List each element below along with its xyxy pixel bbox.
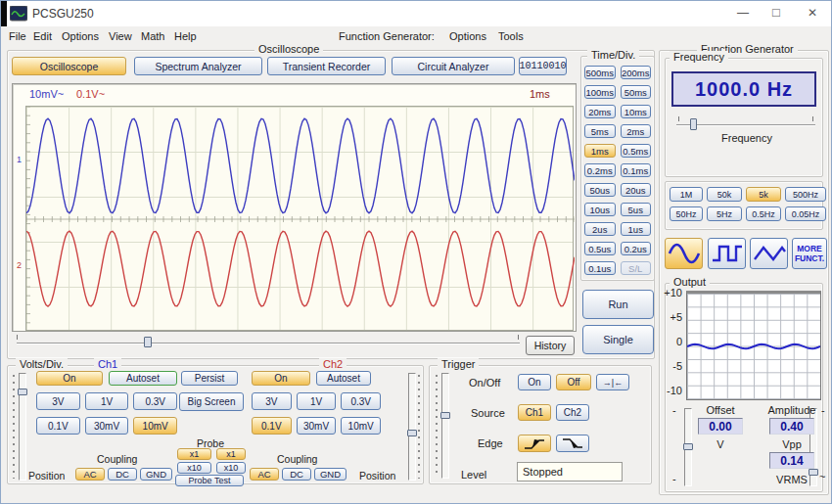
- 1v-button[interactable]: 1V: [85, 392, 129, 410]
- menu-options[interactable]: Options: [62, 30, 99, 42]
- 10mv-button[interactable]: 10mV: [341, 417, 381, 435]
- 50hz-button[interactable]: 50Hz: [670, 206, 703, 221]
- 200ms-button[interactable]: 200ms: [621, 66, 652, 79]
- 30mv-button[interactable]: 30mV: [85, 417, 129, 435]
- 0.2ms-button[interactable]: 0.2ms: [584, 163, 616, 177]
- x10-button[interactable]: x10: [177, 462, 211, 474]
- gnd-button[interactable]: GND: [140, 468, 172, 481]
- triangle-wave-button[interactable]: [750, 238, 788, 269]
- ch1-on-button[interactable]: On: [36, 371, 103, 386]
- offset-slider-thumb[interactable]: [683, 443, 693, 450]
- probe-test-button[interactable]: Probe Test: [175, 475, 244, 486]
- more-functions-button[interactable]: MORE FUNCT.: [792, 238, 827, 269]
- x1-button[interactable]: x1: [177, 448, 211, 460]
- 3v-button[interactable]: 3V: [252, 392, 292, 410]
- square-wave-button[interactable]: [708, 238, 746, 269]
- 0.2us-button[interactable]: 0.2us: [621, 242, 652, 255]
- menu-edit[interactable]: Edit: [33, 30, 52, 42]
- trigger-level-track[interactable]: [441, 373, 449, 479]
- frequency-slider-groove[interactable]: [676, 124, 815, 126]
- 500ms-button[interactable]: 500ms: [584, 66, 616, 79]
- ch2-autoset-button[interactable]: Autoset: [316, 371, 371, 386]
- ac-button[interactable]: AC: [75, 468, 105, 481]
- trigger-source-ch1-button[interactable]: Ch1: [518, 404, 551, 421]
- trigger-level-thumb[interactable]: [440, 412, 450, 419]
- falling-edge-button[interactable]: [556, 435, 589, 452]
- 2us-button[interactable]: 2us: [584, 222, 616, 236]
- frequency-slider-thumb[interactable]: [690, 118, 697, 130]
- menu-fg-tools[interactable]: Tools: [498, 30, 524, 42]
- 0.05hz-button[interactable]: 0.05Hz: [785, 206, 826, 221]
- ch2-on-button[interactable]: On: [252, 371, 310, 386]
- tab-circuit-analyzer[interactable]: Circuit Analyzer: [392, 57, 515, 75]
- 3v-button[interactable]: 3V: [36, 392, 80, 410]
- 0.3v-button[interactable]: 0.3V: [341, 392, 381, 410]
- 50us-button[interactable]: 50us: [584, 183, 616, 197]
- 0.1v-button[interactable]: 0.1V: [36, 417, 80, 435]
- ch2-position-thumb[interactable]: [407, 430, 417, 436]
- menu-help[interactable]: Help: [174, 30, 197, 42]
- ch1-autoset-button[interactable]: Autoset: [109, 371, 177, 386]
- maximize-button[interactable]: □: [772, 5, 780, 20]
- tab-digital-pattern[interactable]: 10110010: [519, 57, 567, 75]
- x10-button[interactable]: x10: [216, 462, 246, 474]
- 0.5us-button[interactable]: 0.5us: [584, 242, 616, 255]
- minimize-button[interactable]: —: [737, 6, 749, 20]
- menu-fg-options[interactable]: Options: [449, 30, 486, 42]
- tab-spectrum-analyzer[interactable]: Spectrum Analyzer: [134, 57, 262, 75]
- scope-hscroll-groove[interactable]: [17, 343, 520, 344]
- dc-button[interactable]: DC: [282, 468, 311, 481]
- ch2-trace-marker[interactable]: 2: [17, 260, 22, 270]
- 10us-button[interactable]: 10us: [584, 203, 616, 216]
- 0.5hz-button[interactable]: 0.5Hz: [746, 206, 781, 221]
- big-screen-button[interactable]: Big Screen: [179, 392, 244, 411]
- 50k-button[interactable]: 50k: [707, 187, 742, 202]
- 1m-button[interactable]: 1M: [670, 187, 703, 202]
- 0.5ms-button[interactable]: 0.5ms: [621, 144, 652, 158]
- 20ms-button[interactable]: 20ms: [584, 105, 616, 118]
- tab-transient-recorder[interactable]: Transient Recorder: [267, 57, 386, 75]
- 10ms-button[interactable]: 10ms: [621, 105, 652, 118]
- persist-button[interactable]: Persist: [181, 371, 238, 386]
- 0.3v-button[interactable]: 0.3V: [133, 392, 177, 410]
- 1v-button[interactable]: 1V: [297, 392, 337, 410]
- 1ms-button[interactable]: 1ms: [584, 144, 616, 158]
- ch1-trace-marker[interactable]: 1: [17, 155, 22, 164]
- single-button[interactable]: Single: [582, 325, 654, 354]
- 10mv-button[interactable]: 10mV: [133, 417, 177, 435]
- scope-hscroll-thumb[interactable]: [144, 337, 152, 347]
- 1us-button[interactable]: 1us: [621, 222, 652, 236]
- 30mv-button[interactable]: 30mV: [297, 417, 337, 435]
- 0.1ms-button[interactable]: 0.1ms: [621, 163, 652, 177]
- trigger-off-button[interactable]: Off: [556, 374, 591, 390]
- dc-button[interactable]: DC: [108, 468, 137, 481]
- menu-file[interactable]: File: [9, 30, 26, 42]
- menu-math[interactable]: Math: [141, 30, 164, 42]
- 0.1us-button[interactable]: 0.1us: [584, 261, 616, 275]
- rising-edge-button[interactable]: [518, 435, 551, 452]
- 50ms-button[interactable]: 50ms: [621, 85, 652, 99]
- 2ms-button[interactable]: 2ms: [621, 124, 652, 138]
- 500hz-button[interactable]: 500Hz: [785, 187, 826, 202]
- close-button[interactable]: ✕: [808, 6, 817, 20]
- 0.1v-button[interactable]: 0.1V: [252, 417, 292, 435]
- x1-button[interactable]: x1: [216, 448, 246, 460]
- trigger-reset-button[interactable]: →|←: [596, 374, 629, 390]
- 20us-button[interactable]: 20us: [621, 183, 652, 197]
- trigger-source-ch2-button[interactable]: Ch2: [556, 404, 589, 421]
- 100ms-button[interactable]: 100ms: [584, 85, 616, 99]
- run-button[interactable]: Run: [582, 290, 654, 319]
- history-button[interactable]: History: [526, 336, 575, 355]
- 5us-button[interactable]: 5us: [621, 203, 652, 216]
- sine-wave-button[interactable]: [665, 238, 703, 269]
- ch2-position-track[interactable]: [408, 373, 416, 481]
- gnd-button[interactable]: GND: [314, 468, 347, 481]
- 5ms-button[interactable]: 5ms: [584, 124, 616, 138]
- trigger-on-button[interactable]: On: [518, 374, 551, 390]
- menu-view[interactable]: View: [109, 30, 132, 42]
- ch1-position-thumb[interactable]: [18, 389, 27, 395]
- tab-oscilloscope[interactable]: Oscilloscope: [12, 57, 126, 75]
- 5hz-button[interactable]: 5Hz: [707, 206, 742, 221]
- 5k-button[interactable]: 5k: [746, 187, 781, 202]
- ac-button[interactable]: AC: [250, 468, 279, 481]
